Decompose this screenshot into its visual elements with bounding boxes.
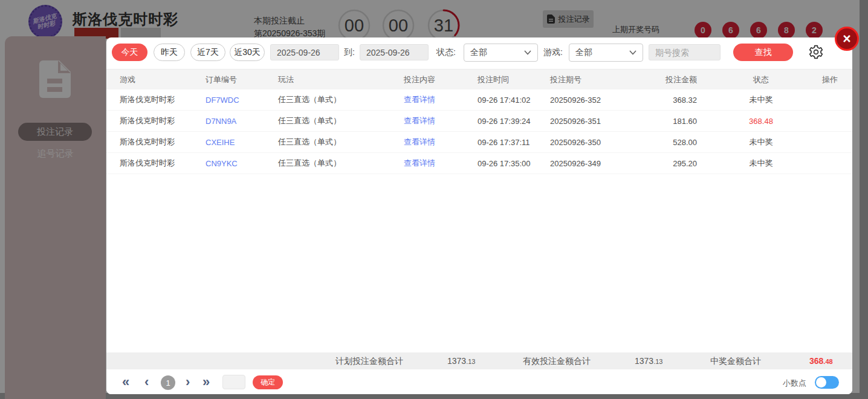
table-row: 斯洛伐克时时彩 DF7WDC 任三直选（单式） 查看详情 09-26 17:41… [106, 89, 852, 111]
cell-time: 09-26 17:37:11 [478, 132, 550, 152]
cell-game: 斯洛伐克时时彩 [120, 153, 204, 174]
order-id-link[interactable]: CN9YKC [206, 153, 278, 174]
cell-period: 20250926-352 [550, 89, 635, 110]
col-play: 玩法 [278, 70, 405, 89]
decimal-toggle-label: 小数点 [783, 378, 806, 389]
game-select-value: 全部 [575, 47, 592, 58]
view-detail-link[interactable]: 查看详情 [404, 132, 470, 152]
view-detail-link[interactable]: 查看详情 [404, 89, 470, 110]
view-detail-link[interactable]: 查看详情 [404, 111, 470, 131]
col-content: 投注内容 [404, 70, 470, 89]
date-to-label: 到: [344, 47, 355, 58]
decimal-toggle-switch[interactable] [815, 376, 839, 389]
cell-status: 未中奖 [726, 132, 796, 152]
search-button[interactable]: 查找 [733, 44, 793, 61]
chevron-down-icon [524, 50, 531, 55]
order-id-link[interactable]: D7NN9A [206, 111, 278, 131]
status-label: 状态: [436, 47, 456, 58]
col-status: 状态 [726, 70, 796, 89]
cell-status-win-amount: 368.48 [726, 111, 796, 131]
cell-play: 任三直选（单式） [278, 153, 405, 174]
filter-7days-button[interactable]: 近7天 [190, 44, 225, 61]
game-select[interactable]: 全部 [569, 44, 643, 62]
pagination-bar: « ‹ 1 › » 确定 小数点 [106, 369, 852, 394]
cell-play: 任三直选（单式） [278, 132, 405, 152]
col-amount: 投注金额 [629, 70, 697, 89]
page-confirm-button[interactable]: 确定 [253, 375, 283, 389]
filter-yesterday-button[interactable]: 昨天 [154, 44, 185, 61]
summary-bar: 计划投注金额合计 1373.13 有效投注金额合计 1373.13 中奖金额合计… [106, 352, 852, 369]
cell-actions [806, 153, 854, 174]
win-total-value: 368.48 [809, 352, 833, 370]
order-id-link[interactable]: CXEIHE [206, 132, 278, 152]
cell-play: 任三直选（单式） [278, 89, 405, 110]
period-search-input[interactable] [649, 44, 721, 60]
order-id-link[interactable]: DF7WDC [206, 89, 278, 110]
cell-game: 斯洛伐克时时彩 [120, 89, 204, 110]
cell-amount: 368.32 [629, 89, 697, 110]
table-row: 斯洛伐克时时彩 D7NN9A 任三直选（单式） 查看详情 09-26 17:39… [106, 111, 852, 132]
col-time: 投注时间 [478, 70, 550, 89]
date-from-input[interactable] [270, 44, 339, 60]
valid-total-value: 1373.13 [635, 352, 662, 370]
cell-actions [806, 89, 854, 110]
first-page-icon[interactable]: « [122, 374, 129, 390]
cell-game: 斯洛伐克时时彩 [120, 132, 204, 152]
cell-time: 09-26 17:35:00 [478, 153, 550, 174]
settings-gear-icon[interactable] [808, 44, 824, 60]
bet-records-modal: 今天 昨天 近7天 近30天 到: 状态: 全部 游戏: 全部 查找 [106, 37, 852, 394]
cell-play: 任三直选（单式） [278, 111, 405, 131]
planned-total-label: 计划投注金额合计 [335, 352, 403, 369]
cell-actions [806, 132, 854, 152]
table-header-row: 游戏 订单编号 玩法 投注内容 投注时间 投注期号 投注金额 状态 操作 [106, 69, 852, 89]
col-game: 游戏 [120, 70, 204, 89]
filter-today-button[interactable]: 今天 [112, 44, 147, 61]
toggle-knob [816, 377, 826, 388]
cell-status: 未中奖 [726, 89, 796, 110]
cell-period: 20250926-349 [550, 153, 635, 174]
cell-amount: 528.00 [629, 132, 697, 152]
close-button[interactable]: × [835, 27, 859, 51]
status-select-value: 全部 [470, 47, 487, 58]
next-page-icon[interactable]: › [186, 374, 190, 390]
app-window: 斯洛伐克 时时彩 斯洛伐克时时彩 本期投注截止 第20250926-353期 0… [0, 0, 868, 399]
planned-total-value: 1373.13 [447, 352, 475, 370]
cell-period: 20250926-350 [550, 132, 635, 152]
current-page-badge[interactable]: 1 [161, 375, 175, 390]
table-row: 斯洛伐克时时彩 CN9YKC 任三直选（单式） 查看详情 09-26 17:35… [106, 153, 852, 174]
close-icon: × [843, 31, 850, 47]
filter-30days-button[interactable]: 近30天 [230, 44, 265, 61]
table-row: 斯洛伐克时时彩 CXEIHE 任三直选（单式） 查看详情 09-26 17:37… [106, 132, 852, 153]
page-jump-input[interactable] [222, 375, 245, 389]
cell-time: 09-26 17:41:02 [478, 89, 550, 110]
cell-time: 09-26 17:39:24 [478, 111, 550, 131]
chevron-down-icon [629, 50, 636, 55]
cell-actions [806, 111, 854, 131]
view-detail-link[interactable]: 查看详情 [404, 153, 470, 174]
date-to-input[interactable] [360, 44, 429, 60]
valid-total-label: 有效投注金额合计 [523, 352, 591, 369]
cell-game: 斯洛伐克时时彩 [120, 111, 204, 131]
win-total-label: 中奖金额合计 [710, 352, 761, 369]
cell-amount: 295.20 [629, 153, 697, 174]
last-page-icon[interactable]: » [202, 374, 210, 390]
col-period: 投注期号 [550, 70, 635, 89]
game-label: 游戏: [543, 47, 563, 58]
cell-status: 未中奖 [726, 153, 796, 174]
cell-amount: 181.60 [629, 111, 697, 131]
cell-period: 20250926-351 [550, 111, 635, 131]
col-actions: 操作 [806, 70, 854, 89]
col-order-id: 订单编号 [206, 70, 278, 89]
status-select[interactable]: 全部 [464, 44, 538, 62]
prev-page-icon[interactable]: ‹ [144, 374, 149, 390]
